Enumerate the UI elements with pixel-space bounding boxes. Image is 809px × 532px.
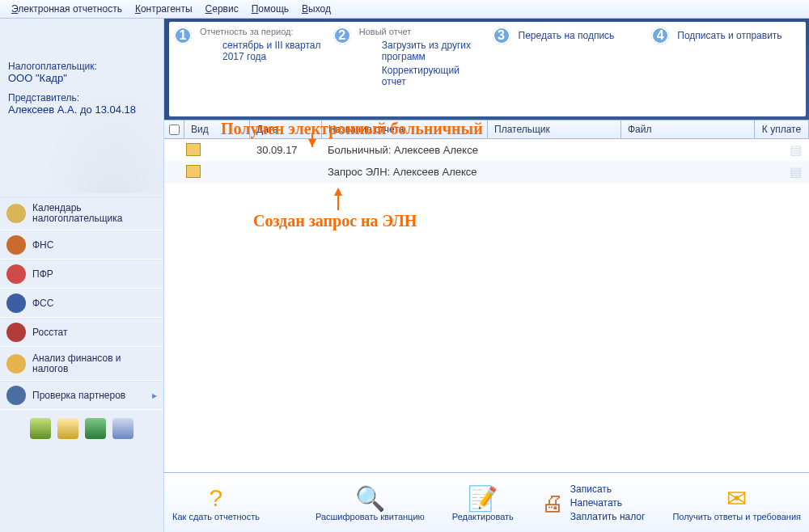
row-action-icon[interactable]: ▤ [790,142,809,158]
sidebar-item-icon [6,323,26,342]
sidebar-item-label: Проверка партнеров [32,391,125,401]
sidebar: сбис ЭлектроннаяОтчетность Налогоплатель… [0,19,164,532]
footer-badges [0,418,163,439]
edit-icon: 📝 [468,484,498,512]
brand-sub: ЭлектроннаяОтчетность [57,26,111,45]
sidebar-item[interactable]: ПФР [0,260,163,289]
step-title: Новый отчет [359,27,486,36]
sidebar-item-icon [6,386,26,405]
sidebar-item-label: Росстат [32,327,67,338]
doc-icon [184,165,203,178]
step-link[interactable]: сентябрь и III квартал 2017 года [222,40,327,62]
sidebar-item-icon [6,235,26,255]
select-all-checkbox[interactable] [164,120,184,138]
columns-header: Вид Дата Название отчета Плательщик Файл… [164,120,809,139]
how-to-submit-button[interactable]: ? Как сдать отчетность [172,484,260,521]
sidebar-item-label: ФСС [32,298,53,309]
sidebar-item-icon [6,293,26,313]
save-link[interactable]: Записать [570,483,646,495]
sidebar-item-label: Анализ финансов и налогов [32,353,157,374]
envelope-icon: ✉ [726,484,747,512]
pay-tax-link[interactable]: Заплатить налог [570,511,646,522]
col-amount[interactable]: К уплате [755,120,809,138]
step: 4Подписать и отправить [646,22,806,116]
sidebar-item-icon [6,204,26,223]
representative-value: Алексеев А.А. до 13.04.18 [8,103,155,116]
content: 1Отчетность за период:сентябрь и III ква… [164,19,809,532]
cell-name: Запрос ЭЛН: Алексеев Алексе [321,166,484,178]
sbis-online-button[interactable]: сбис онлайн [6,133,157,159]
taxpayer-label: Налогоплательщик: [8,61,155,72]
help-button[interactable]: Обратиться за помощью [6,164,157,190]
step: 2Новый отчетЗагрузить из других программ… [328,22,488,116]
sidebar-item-label: ФНС [32,240,53,251]
col-file[interactable]: Файл [621,120,755,138]
report-grid: 30.09.17 Больничный: Алексеев Алексе ▤ З… [164,139,809,472]
step: 1Отчетность за период:сентябрь и III ква… [169,22,328,116]
menu-item[interactable]: Помощь [245,2,295,16]
sidebar-item-icon [6,354,26,374]
printer-icon: 🖨 [541,490,564,517]
step-number: 1 [174,27,192,44]
cell-name: Больничный: Алексеев Алексе [321,144,485,156]
chevron-right-icon: ▸ [152,390,157,401]
annotation-bottom: Создан запрос на ЭЛН [253,212,417,230]
get-responses-button[interactable]: ✉ Получить ответы и требования [672,484,801,521]
step-link[interactable]: Подписать и отправить [677,30,804,41]
step-link[interactable]: Загрузить из других программ [382,40,486,62]
sidebar-item-label: Календарь налогоплательщика [32,203,157,224]
question-icon: ? [210,484,223,512]
step-link[interactable]: Передать на подпись [519,30,646,41]
sidebar-item[interactable]: Проверка партнеров▸ [0,381,163,410]
taxpayer-value: ООО "Кадр" [8,72,155,84]
col-payer[interactable]: Плательщик [488,120,621,138]
sidebar-item[interactable]: ФНС [0,230,163,260]
menu-item[interactable]: Сервис [199,2,245,16]
step-number: 3 [493,27,510,44]
sidebar-item[interactable]: ФСС [0,289,163,318]
representative-label: Представитель: [8,92,155,103]
doc-icon [184,143,203,156]
menu-item[interactable]: Выход [295,2,337,16]
step-link[interactable]: Корректирующий отчет [382,65,486,87]
step-number: 4 [651,27,669,44]
step-number: 2 [333,27,351,44]
print-link[interactable]: Напечатать [570,497,646,509]
menubar: Электронная отчетность Контрагенты Серви… [0,0,809,19]
logo: сбис ЭлектроннаяОтчетность [0,19,163,53]
sidebar-item[interactable]: Календарь налогоплательщика [0,196,163,230]
col-vid[interactable]: Вид [184,120,250,138]
col-name[interactable]: Название отчета [322,120,488,138]
help-icon [16,170,31,184]
table-row[interactable]: Запрос ЭЛН: Алексеев Алексе ▤ [164,161,809,183]
row-action-icon[interactable]: ▤ [790,164,809,179]
edit-button[interactable]: 📝 Редактировать [452,484,514,521]
sidebar-item-label: ПФР [32,269,53,280]
magnifier-icon: 🔍 [355,484,385,512]
taxpayer-block: Налогоплательщик: ООО "Кадр" Представите… [0,53,163,129]
menu-item[interactable]: Электронная отчетность [5,2,129,16]
sidebar-item-icon [6,264,26,284]
decode-receipt-button[interactable]: 🔍 Расшифровать квитанцию [316,484,425,521]
bottom-toolbar: ? Как сдать отчетность 🔍 Расшифровать кв… [164,472,809,532]
table-row[interactable]: 30.09.17 Больничный: Алексеев Алексе ▤ [164,139,809,161]
steps-banner: 1Отчетность за период:сентябрь и III ква… [164,19,809,120]
step: 3Передать на подпись [488,22,647,116]
sidebar-item[interactable]: Анализ финансов и налогов [0,347,163,381]
brand-text: сбис [8,25,50,46]
menu-item[interactable]: Контрагенты [129,2,199,16]
sidebar-item[interactable]: Росстат [0,318,163,347]
step-title: Отчетность за период: [200,27,327,36]
